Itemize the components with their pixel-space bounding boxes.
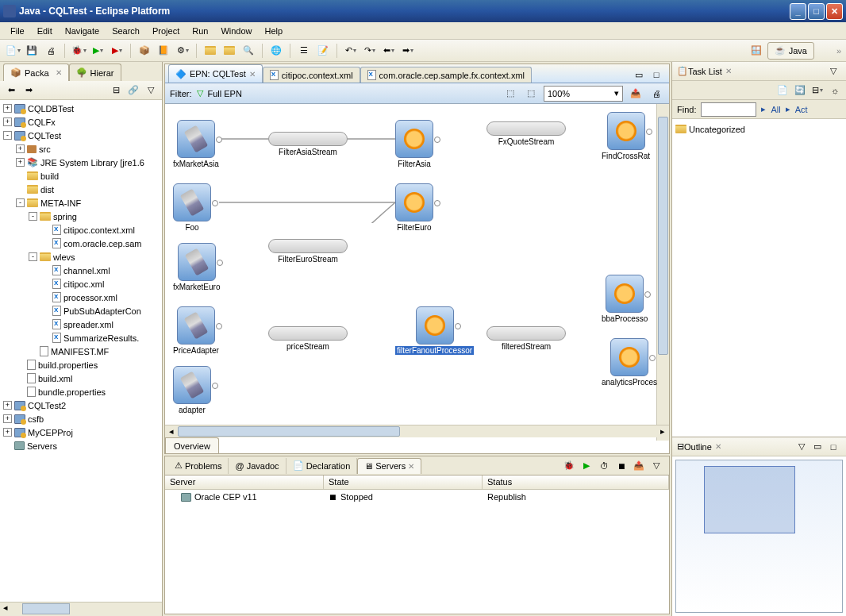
overview-tab[interactable]: Overview [165,437,219,453]
port-out[interactable] [217,260,223,266]
tree-item[interactable]: +CQLFx [2,115,160,129]
epn-node-FxQuoteStream[interactable]: FxQuoteStream [486,121,566,146]
zoom-select[interactable]: 100%▾ [544,86,623,102]
epn-node-FilterEuroStream[interactable]: FilterEuroStream [268,239,348,264]
run-button[interactable]: ▶▾ [90,43,106,59]
nav-back-button[interactable]: ↶▾ [343,43,359,59]
print-canvas-icon[interactable]: 🖨 [648,86,664,102]
tree-item[interactable]: +MyCEPProj [2,425,160,439]
tab-epn-cqltest[interactable]: 🔷 EPN: CQLTest ✕ [168,64,263,83]
profile-server-icon[interactable]: ⏱ [596,458,612,474]
filter-dropdown-icon[interactable]: ▽ [197,88,203,98]
menu-file[interactable]: File [5,25,30,37]
tree-item[interactable]: +src [2,142,160,156]
tree-toggle-icon[interactable]: + [3,104,12,113]
port-out[interactable] [216,137,222,143]
close-icon[interactable]: ✕ [56,68,62,77]
collapse-icon[interactable]: ⊟ [108,83,124,98]
epn-node-FilterAsiaStream[interactable]: FilterAsiaStream [268,132,348,156]
tree-item[interactable]: MANIFEST.MF [2,345,160,358]
minimize-editor-icon[interactable]: ▭ [631,67,647,83]
minimize-button[interactable]: _ [790,3,806,20]
tree-toggle-icon[interactable]: + [16,158,25,167]
tree-toggle-icon[interactable]: - [3,131,12,140]
print-button[interactable]: 🖨 [43,43,59,59]
new-button[interactable]: 📄▾ [5,43,21,59]
tree-item[interactable]: +csfb [2,412,160,425]
start-server-icon[interactable]: ▶ [579,458,594,474]
tree-toggle-icon[interactable]: - [29,252,37,261]
epn-node-PriceAdapter[interactable]: PriceAdapter [173,306,219,355]
epn-node-Foo[interactable]: Foo [173,183,211,232]
outline-button[interactable]: ☰ [296,43,312,59]
tree-item[interactable]: processor.xml [2,291,160,304]
tree-item[interactable]: +CQLDBTest [2,102,160,115]
epn-node-fxMarketEuro[interactable]: fxMarketEuro [173,243,220,291]
close-icon[interactable]: ✕ [249,70,256,79]
col-status[interactable]: Status [483,475,669,489]
tab-problems[interactable]: ⚠ Problems [168,458,229,474]
epn-node-filterFanoutProcessor[interactable]: filterFanoutProcessor [395,306,474,355]
maximize-icon[interactable]: □ [825,439,841,455]
new-class-button[interactable]: 📙 [156,43,171,59]
port-out[interactable] [434,200,440,206]
tree-toggle-icon[interactable]: - [29,212,37,221]
epn-node-fxMarketAsia[interactable]: fxMarketAsia [173,120,219,168]
perspective-java[interactable]: ☕ Java [767,42,814,60]
tree-item[interactable]: SummarizeResults. [2,331,160,345]
new-task-icon[interactable]: 📄 [775,83,790,98]
tab-package-explorer[interactable]: 📦 Packa✕ [3,64,69,81]
epn-node-FilterAsia[interactable]: FilterAsia [395,120,433,168]
maximize-editor-icon[interactable]: □ [648,67,664,83]
menu-navigate[interactable]: Navigate [60,25,105,37]
menu-window[interactable]: Window [215,25,257,37]
find-input[interactable] [701,102,756,117]
tree-item[interactable]: Servers [2,439,160,452]
tree-item[interactable]: -spring [2,210,160,223]
epn-node-adapter[interactable]: adapter [173,366,211,414]
tree-item[interactable]: -CQLTest [2,129,160,142]
annotate-button[interactable]: 📝 [315,43,331,59]
tree-item[interactable]: dist [2,183,160,196]
open-folder-button[interactable] [202,43,218,59]
tree-item[interactable]: +📚JRE System Library [jre1.6 [2,156,160,169]
link-icon[interactable]: 🔗 [125,83,141,98]
close-icon[interactable]: ✕ [715,442,721,451]
fwd-icon[interactable]: ➡ [21,83,37,98]
layout-icon-2[interactable]: ⬚ [523,86,539,102]
tab-hierarchy[interactable]: 🌳 Hierar [69,64,121,81]
table-row[interactable]: Oracle CEP v11 ⏹ Stopped Republish [165,490,669,504]
tree-item[interactable]: build.properties [2,358,160,372]
menu-search[interactable]: Search [106,25,145,37]
project-tree[interactable]: +CQLDBTest+CQLFx-CQLTest+src+📚JRE System… [0,100,162,602]
new-package-button[interactable]: 📦 [137,43,152,59]
nav-fwd-button[interactable]: ↷▾ [362,43,378,59]
tree-toggle-icon[interactable]: + [3,117,12,126]
categorize-icon[interactable]: ⊟▾ [809,83,825,98]
menu-run[interactable]: Run [187,25,213,37]
tree-toggle-icon[interactable]: + [3,401,12,410]
epn-node-bbaProcessor[interactable]: bbaProcesso [602,275,648,323]
epn-node-priceStream[interactable]: priceStream [268,326,348,351]
tab-oracle-cep[interactable]: com.oracle.cep.sample.fx.context.xml [360,67,532,83]
tree-toggle-icon[interactable]: + [16,144,25,153]
tree-item[interactable]: -wlevs [2,250,160,264]
tree-toggle-icon[interactable]: + [3,414,12,423]
tab-servers[interactable]: 🖥 Servers ✕ [357,458,421,474]
close-icon[interactable]: ✕ [408,462,414,471]
activate-link[interactable]: Act [795,105,808,114]
tree-toggle-icon[interactable]: - [16,198,25,207]
tree-item[interactable]: citipoc.context.xml [2,223,160,237]
sync-icon[interactable]: 🔄 [792,83,808,98]
fwd-button[interactable]: ➡▾ [400,43,416,59]
minimize-icon[interactable]: ▭ [809,439,825,455]
globe-button[interactable]: 🌐 [268,43,284,59]
port-out[interactable] [216,323,222,329]
tree-item[interactable]: com.oracle.cep.sam [2,237,160,250]
menu-icon[interactable]: ▽ [648,458,664,474]
menu-icon[interactable]: ▽ [143,83,159,98]
chevron-right-icon[interactable]: » [817,46,841,56]
epn-node-filteredStream[interactable]: filteredStream [486,326,566,351]
close-icon[interactable]: ✕ [725,67,732,75]
publish-server-icon[interactable]: 📤 [631,458,647,474]
